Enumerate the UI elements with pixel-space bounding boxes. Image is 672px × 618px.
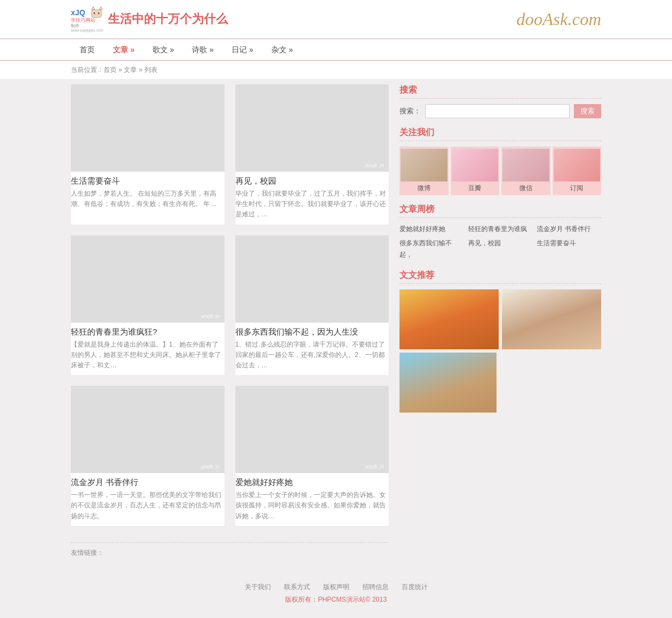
breadcrumb-text: 当前位置：首页 » 文章 » 列表: [71, 66, 158, 74]
follow-douban[interactable]: 豆瓣: [451, 147, 500, 195]
watermark: andk.in: [201, 313, 220, 319]
nav-poem[interactable]: 诗歌 »: [183, 39, 223, 60]
recommended-title: 文文推荐: [399, 270, 601, 284]
popular-item[interactable]: 很多东西我们输不起，: [399, 238, 464, 261]
rec-image-2[interactable]: [502, 289, 601, 349]
subscribe-image: [554, 149, 601, 181]
sidebar: 搜索 搜索： 搜索 关注我们 微博 豆瓣 微信: [399, 84, 601, 558]
article-card: andk.in 流金岁月 书香伴行 一书一世界，一语一天堂。那些优美的文字带给我…: [71, 386, 225, 526]
article-summary: 人生如梦，梦若人生。 在短短的三万多天里，有高潮、有低谷；有成功，有失败；有生亦…: [71, 189, 225, 214]
search-input[interactable]: [425, 104, 570, 118]
article-title[interactable]: 爱她就好好疼她: [235, 473, 389, 490]
popular-item[interactable]: 再见，校园: [468, 238, 532, 261]
site-title: 生活中的十万个为什么: [108, 11, 228, 27]
follow-weibo[interactable]: 微博: [399, 147, 449, 195]
footer-recruit[interactable]: 招聘信息: [362, 583, 389, 592]
footer-stats[interactable]: 百度统计: [402, 583, 428, 592]
rec-image-1[interactable]: [399, 289, 499, 349]
article-thumbnail[interactable]: andk.in: [235, 84, 389, 172]
svg-marker-5: [92, 7, 95, 10]
nav-article[interactable]: 文章 »: [104, 39, 144, 60]
article-thumbnail[interactable]: andk.in: [235, 386, 389, 473]
follow-section: 关注我们 微博 豆瓣 微信 订阅: [399, 127, 601, 195]
article-card: 很多东西我们输不起，因为人生没 1、错过.多么残忍的字眼，请千万记得。不要错过了…: [235, 235, 389, 375]
breadcrumb: 当前位置：首页 » 文章 » 列表: [0, 61, 672, 79]
rec-single-row: [399, 353, 601, 413]
svg-marker-6: [99, 7, 102, 10]
svg-text:www.xuejiqiao.com: www.xuejiqiao.com: [71, 28, 104, 33]
article-thumbnail[interactable]: [235, 235, 389, 323]
weibo-image: [401, 149, 447, 181]
follow-wechat[interactable]: 微信: [501, 147, 550, 195]
article-card: andk.in 再见，校园 毕业了，我们就要毕业了，过了五月，我们挥手，对学生时…: [235, 84, 389, 225]
article-card: 生活需要奋斗 人生如梦，梦若人生。 在短短的三万多天里，有高潮、有低谷；有成功，…: [71, 84, 225, 225]
nav-song[interactable]: 歌文 »: [144, 39, 184, 60]
article-summary: 1、错过.多么残忍的字眼，请千万记得。不要错过了回家的最后一趟公车，还有,深爱你…: [235, 340, 389, 375]
footer-nav: 关于我们 联系方式 版权声明 招聘信息 百度统计: [9, 583, 663, 592]
watermark: andk.in: [201, 463, 220, 470]
follow-subscribe[interactable]: 订阅: [553, 147, 602, 195]
search-row: 搜索： 搜索: [399, 104, 601, 118]
footer-about[interactable]: 关于我们: [245, 583, 271, 592]
article-summary: 毕业了，我们就要毕业了，过了五月，我们挥手，对学生时代，只留下怀念。我们就要毕业…: [235, 189, 389, 225]
recommended-section: 文文推荐: [399, 270, 601, 413]
copyright-text: 版权所有：PHPCMS演示站© 2013: [9, 595, 663, 604]
wechat-image: [503, 149, 549, 181]
popular-item[interactable]: 生活需要奋斗: [537, 238, 601, 261]
friend-links-label: 友情链接：: [71, 549, 104, 556]
footer-copyright-link[interactable]: 版权声明: [323, 583, 349, 592]
article-title[interactable]: 生活需要奋斗: [71, 172, 225, 189]
svg-text:制作: 制作: [71, 23, 80, 28]
svg-text:学技巧网站: 学技巧网站: [71, 17, 95, 23]
douban-label: 豆瓣: [468, 184, 481, 192]
popular-title: 文章周榜: [399, 204, 601, 218]
follow-title: 关注我们: [399, 127, 601, 141]
rec-image-3[interactable]: [399, 353, 497, 413]
svg-rect-4: [92, 10, 101, 17]
article-summary: 一书一世界，一语一天堂。那些优美的文字带给我们的不仅是流金岁月，百态人生，还有坚…: [71, 490, 225, 526]
popular-item[interactable]: 流金岁月 书香伴行: [537, 223, 601, 235]
svg-text:xJQ: xJQ: [71, 8, 86, 17]
article-thumbnail[interactable]: [71, 84, 225, 172]
nav-home[interactable]: 首页: [71, 39, 104, 60]
footer: 关于我们 联系方式 版权声明 招聘信息 百度统计 版权所有：PHPCMS演示站©…: [0, 574, 672, 613]
article-summary: 当你爱上一个女子的时候，一定要大声的告诉她。女孩很孤持，同时容易没有安全感。如果…: [235, 490, 389, 526]
article-title[interactable]: 再见，校园: [235, 172, 389, 189]
subscribe-label: 订阅: [570, 184, 583, 192]
header: xJQ 学技巧网站 制作 www.xuejiqiao.com 生活中的十万个为什…: [0, 0, 672, 39]
douban-image: [452, 149, 499, 181]
watermark: andk.in: [365, 162, 384, 168]
article-list: 生活需要奋斗 人生如梦，梦若人生。 在短短的三万多天里，有高潮、有低谷；有成功，…: [71, 84, 389, 558]
recommended-grid: [399, 289, 601, 349]
nav-bar: 首页 文章 » 歌文 » 诗歌 » 日记 » 杂文 »: [0, 39, 672, 61]
popular-grid: 爱她就好好疼她 轻狂的青春里为谁疯 流金岁月 书香伴行 很多东西我们输不起， 再…: [399, 223, 601, 261]
popular-item[interactable]: 爱她就好好疼她: [399, 223, 464, 235]
article-title[interactable]: 很多东西我们输不起，因为人生没: [235, 323, 389, 340]
svg-point-8: [98, 13, 100, 14]
weibo-label: 微博: [417, 184, 431, 192]
nav-misc[interactable]: 杂文 »: [263, 39, 302, 60]
article-summary: 【爱就是我身上传递出的体温。】1、她在外面有了别的男人，她甚至不想和丈夫同床。她…: [71, 340, 225, 375]
search-button[interactable]: 搜索: [574, 104, 601, 118]
site-brand: dooAsk.com: [516, 9, 601, 29]
popular-item[interactable]: 轻狂的青春里为谁疯: [468, 223, 532, 235]
article-title[interactable]: 流金岁月 书香伴行: [71, 473, 225, 490]
main-content: 生活需要奋斗 人生如梦，梦若人生。 在短短的三万多天里，有高潮、有低谷；有成功，…: [0, 79, 672, 563]
article-thumbnail[interactable]: andk.in: [71, 235, 225, 323]
article-title[interactable]: 轻狂的青春里为谁疯狂?: [71, 323, 225, 340]
watermark: andk.in: [365, 463, 384, 470]
logo-icon: xJQ 学技巧网站 制作 www.xuejiqiao.com: [71, 5, 104, 33]
footer-contact[interactable]: 联系方式: [284, 583, 310, 592]
nav-diary[interactable]: 日记 »: [223, 39, 263, 60]
friend-links-section: 友情链接：: [71, 542, 389, 558]
article-thumbnail[interactable]: andk.in: [71, 386, 225, 473]
article-grid: 生活需要奋斗 人生如梦，梦若人生。 在短短的三万多天里，有高潮、有低谷；有成功，…: [71, 84, 389, 526]
popular-section: 文章周榜 爱她就好好疼她 轻狂的青春里为谁疯 流金岁月 书香伴行 很多东西我们输…: [399, 204, 601, 261]
article-card: andk.in 轻狂的青春里为谁疯狂? 【爱就是我身上传递出的体温。】1、她在外…: [71, 235, 225, 375]
wechat-label: 微信: [519, 184, 532, 192]
search-section: 搜索 搜索： 搜索: [399, 84, 601, 118]
follow-grid: 微博 豆瓣 微信 订阅: [399, 147, 601, 195]
article-card: andk.in 爱她就好好疼她 当你爱上一个女子的时候，一定要大声的告诉她。女孩…: [235, 386, 389, 526]
search-label: 搜索：: [399, 106, 421, 116]
search-title: 搜索: [399, 84, 601, 99]
